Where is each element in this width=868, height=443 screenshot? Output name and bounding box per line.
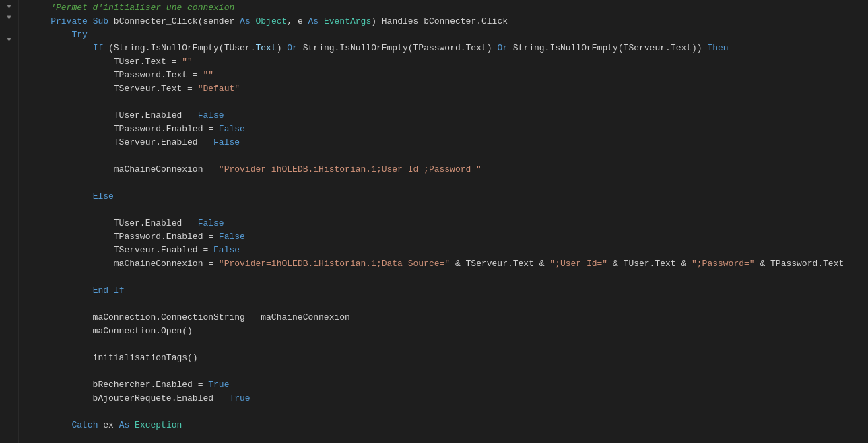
code-line: TUser.Enabled = False [30, 217, 868, 230]
fold-cell [0, 46, 18, 57]
fold-cell [0, 255, 18, 266]
fold-cell [0, 90, 18, 100]
code-line [30, 298, 868, 311]
code-line [30, 176, 868, 190]
code-line: TUser.Text = "" [30, 55, 868, 69]
fold-cell [0, 79, 18, 90]
fold-cell [0, 421, 18, 432]
code-line: TServeur.Text = "Defaut" [30, 82, 868, 96]
fold-cell [0, 432, 18, 443]
code-line: TPassword.Text = "" [30, 69, 868, 82]
fold-cell [0, 200, 18, 211]
fold-cell [0, 322, 18, 333]
fold-cell [0, 399, 18, 410]
fold-cell [0, 134, 18, 145]
fold-cell [0, 123, 18, 133]
code-line: If (String.IsNullOrEmpty(TUser.Text) Or … [30, 42, 868, 55]
fold-cell [0, 101, 18, 112]
fold-cell [0, 244, 18, 255]
fold-cell [0, 156, 18, 167]
fold-cell [0, 277, 18, 288]
code-line: 'Permet d'initialiser une connexion [30, 1, 868, 15]
code-line [30, 203, 868, 217]
editor-container: ▼ ▼ ▼ [0, 0, 868, 443]
code-line [30, 365, 868, 378]
code-line: bAjouterRequete.Enabled = True [30, 392, 868, 405]
code-line: TServeur.Enabled = False [30, 136, 868, 149]
code-line [30, 432, 868, 443]
fold-cell [0, 145, 18, 156]
fold-cell: ▼ [0, 12, 18, 23]
fold-cell [0, 388, 18, 399]
code-line: maConnection.Open() [30, 325, 868, 338]
code-line: TUser.Enabled = False [30, 109, 868, 123]
fold-arrow[interactable]: ▼ [7, 3, 11, 11]
fold-margin: ▼ ▼ ▼ [0, 0, 19, 443]
fold-cell [0, 234, 18, 244]
code-line: maChaineConnexion = "Provider=ihOLEDB.iH… [30, 257, 868, 271]
fold-cell [0, 289, 18, 300]
code-line: TServeur.Enabled = False [30, 244, 868, 257]
fold-cell [0, 189, 18, 200]
fold-cell [0, 344, 18, 355]
fold-cell [0, 211, 18, 222]
code-line [30, 338, 868, 351]
fold-cell: ▼ [0, 34, 18, 45]
fold-cell [0, 222, 18, 233]
code-line: Try [30, 28, 868, 42]
code-line [30, 96, 868, 109]
fold-cell [0, 267, 18, 277]
code-line: Catch ex As Exception [30, 419, 868, 432]
fold-cell [0, 410, 18, 421]
code-line: maConnection.ConnectionString = maChaine… [30, 311, 868, 325]
fold-cell [0, 24, 18, 34]
fold-cell [0, 167, 18, 178]
fold-cell: ▼ [0, 1, 18, 12]
fold-cell [0, 333, 18, 343]
code-line [30, 149, 868, 163]
code-line: bRechercher.Enabled = True [30, 378, 868, 392]
fold-cell [0, 355, 18, 366]
fold-arrow[interactable]: ▼ [7, 14, 11, 22]
code-line: initialisationTags() [30, 351, 868, 365]
fold-cell [0, 310, 18, 321]
code-editor[interactable]: 'Permet d'initialiser une connexion Priv… [19, 0, 868, 443]
code-line: maChaineConnexion = "Provider=ihOLEDB.iH… [30, 163, 868, 176]
code-line: Private Sub bConnecter_Click(sender As O… [30, 15, 868, 28]
fold-cell [0, 112, 18, 123]
code-line: End If [30, 284, 868, 298]
code-line [30, 405, 868, 419]
fold-cell [0, 366, 18, 376]
fold-cell [0, 178, 18, 189]
code-line [30, 271, 868, 284]
fold-arrow[interactable]: ▼ [7, 36, 11, 44]
code-line: TPassword.Enabled = False [30, 230, 868, 244]
fold-cell [0, 57, 18, 67]
fold-cell [0, 377, 18, 388]
fold-cell [0, 300, 18, 310]
fold-cell [0, 67, 18, 78]
code-line: TPassword.Enabled = False [30, 123, 868, 136]
code-line: Else [30, 190, 868, 203]
